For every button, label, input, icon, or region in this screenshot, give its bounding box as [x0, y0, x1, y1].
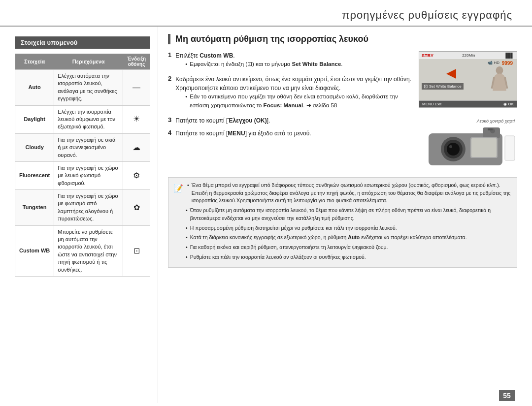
main-content: Στοιχεία υπομενού Στοιχεία Περιεχόμενα Έ… — [0, 27, 532, 403]
note-bullet-4: • Κατά τη διάρκεια κανονικής εγγραφής σε… — [186, 234, 512, 242]
step-1-bullet-text: Εμφανίζεται η ένδειξη (⊡) και το μήνυμα … — [190, 60, 342, 68]
table-cell-item: Auto — [15, 70, 54, 106]
table-cell-content: Για την εγγραφή σε χώρο με φωτισμό από λ… — [54, 190, 123, 226]
table-cell-icon: ⚙ — [123, 161, 150, 189]
camera-body-svg — [424, 124, 517, 168]
wb-icon: ⊡ — [424, 84, 428, 89]
table-cell-item: Cloudy — [15, 133, 54, 161]
arrow-indicator — [446, 69, 461, 80]
step-1-bold: Custom WB — [200, 52, 233, 59]
step-4: 4 Πατήστε το κουμπί [MENU] για έξοδο από… — [168, 129, 418, 138]
cam-menu-bar: MENU Exit ◉ OK — [419, 101, 517, 107]
table-cell-icon: ⊡ — [123, 225, 150, 276]
ok-label: ◉ OK — [503, 102, 514, 106]
wb-label: ⊡ Set White Balance — [422, 83, 464, 90]
table-cell-content: Μπορείτε να ρυθμίσετε μη αυτόματα την ισ… — [54, 225, 123, 276]
camera-body-area: Λευκό χοντρό χαρτί — [424, 119, 517, 169]
svg-point-7 — [449, 145, 452, 148]
step-1: 1 Επιλέξτε Custom WB. • Εμφανίζεται η έν… — [168, 51, 413, 71]
wb-text: Set White Balance — [429, 84, 462, 89]
bullet-dot-2: • — [185, 93, 187, 110]
section-title: Μη αυτόματη ρύθμιση της ισορροπίας λευκο… — [168, 34, 517, 44]
table-row: AutoΕλέγχει αυτόματα την ισορροπία λευκο… — [15, 70, 150, 106]
left-column: Στοιχεία υπομενού Στοιχεία Περιεχόμενα Έ… — [0, 27, 158, 403]
table-cell-item: Tungsten — [15, 190, 54, 226]
note-bullets: • Ένα θέμα μπορεί να εγγραφεί υπό διάφορ… — [186, 182, 512, 261]
step-4-content: Πατήστε το κουμπί [MENU] για έξοδο από τ… — [175, 129, 418, 138]
menu-exit-label: MENU Exit — [422, 102, 441, 106]
table-cell-icon: — — [123, 70, 150, 106]
table-cell-item: Daylight — [15, 105, 54, 133]
svg-rect-11 — [488, 128, 493, 130]
table-cell-icon: ✿ — [123, 190, 150, 226]
note-bullet-3: • Η προσαρμοσμένη ρύθμιση διατηρείται μέ… — [186, 224, 512, 232]
camera-display: STBY 220Min ▐█▌ 9999 📹 HD — [419, 51, 517, 108]
nb-dot-3: • — [186, 224, 188, 232]
table-cell-item: Fluorescent — [15, 161, 54, 189]
nb-dot-5: • — [186, 244, 188, 251]
page-number: 55 — [499, 390, 515, 401]
stby-label: STBY — [422, 53, 433, 58]
step-2-num: 2 — [168, 75, 171, 112]
step-2: 2 Καδράρετε ένα λευκό αντικείμενο, όπως … — [168, 75, 413, 112]
step-4-num: 4 — [168, 129, 171, 138]
cam-status-bar: STBY 220Min ▐█▌ — [419, 52, 517, 59]
step-4-bold: MENU — [228, 130, 245, 137]
table-header-content: Περιεχόμενα — [54, 54, 123, 70]
table-cell-content: Ελέγχει αυτόματα την ισορροπία λευκού, α… — [54, 70, 123, 106]
step-2-bullet-text: Εάν το αντικείμενο που γεμίζει την οθόνη… — [190, 93, 413, 110]
right-column: Μη αυτόματη ρύθμιση της ισορροπίας λευκο… — [158, 27, 532, 403]
table-cell-content: Ελέγχει την ισορροπία λευκού σύμφωνα με … — [54, 105, 123, 133]
table-row: CloudyΓια την εγγραφή σε σκιά ή με συννε… — [15, 133, 150, 161]
camera-label: Λευκό χοντρό χαρτί — [424, 119, 515, 124]
bullet-dot: • — [185, 60, 187, 68]
note-bullet-6: • Ρυθμίστε και πάλι την ισορροπία λευκού… — [186, 253, 512, 261]
note-bullet-1: • Ένα θέμα μπορεί να εγγραφεί υπό διάφορ… — [187, 182, 512, 205]
step-3: 3 Πατήστε το κουμπί [Έλεγχου (OK)]. — [168, 116, 418, 125]
svg-rect-9 — [471, 138, 497, 157]
svg-marker-1 — [446, 69, 456, 79]
table-row: Custom WBΜπορείτε να ρυθμίσετε μη αυτόμα… — [15, 225, 150, 276]
cam-count: 9999 — [502, 61, 513, 66]
table-header-item: Στοιχεία — [15, 54, 54, 70]
step-1-bullet: • Εμφανίζεται η ένδειξη (⊡) και το μήνυμ… — [185, 60, 413, 68]
table-row: FluorescentΓια την εγγραφή σε χώρο με λε… — [15, 161, 150, 189]
nb-dot-4: • — [186, 234, 188, 242]
table-cell-content: Για την εγγραφή σε σκιά ή με συννεφιασμέ… — [54, 133, 123, 161]
nb-dot-6: • — [186, 253, 188, 261]
camera-screen: STBY 220Min ▐█▌ 9999 📹 HD — [419, 52, 517, 101]
nb-dot-1: • — [187, 182, 189, 205]
note-bullet-2: • Όταν ρυθμίζετε μη αυτόματα την ισορροπ… — [186, 207, 512, 222]
svg-rect-12 — [505, 136, 515, 160]
submenu-title: Στοιχεία υπομενού — [15, 36, 150, 49]
table-header-display: Ένδειξη οθόνης — [123, 54, 150, 70]
step-1-content: Επιλέξτε Custom WB. • Εμφανίζεται η ένδε… — [175, 51, 413, 71]
note-text-6: Ρυθμίστε και πάλι την ισορροπία λευκού α… — [190, 253, 366, 261]
step-1-num: 1 — [168, 51, 171, 71]
note-text-1: Ένα θέμα μπορεί να εγγραφεί υπό διάφορου… — [192, 182, 512, 205]
note-text-2: Όταν ρυθμίζετε μη αυτόματα την ισορροπία… — [190, 207, 512, 222]
step-3-num: 3 — [168, 116, 171, 125]
note-box: 📝 • Ένα θέμα μπορεί να εγγραφεί υπό διάφ… — [168, 177, 517, 268]
nb-dot-2: • — [186, 207, 188, 222]
cam-hd-badge: 📹 HD — [488, 61, 499, 65]
person-silhouette — [490, 66, 509, 93]
note-text-3: Η προσαρμοσμένη ρύθμιση διατηρείται μέχρ… — [190, 224, 397, 232]
table-cell-icon: ☀ — [123, 105, 150, 133]
note-text-4: Κατά τη διάρκεια κανονικής εγγραφής σε ε… — [190, 234, 467, 242]
note-bullet-5: • Για καθαρή εικόνα και ακριβή ρύθμιση, … — [186, 244, 512, 251]
svg-point-0 — [496, 66, 503, 75]
step-3-content: Πατήστε το κουμπί [Έλεγχου (OK)]. — [175, 116, 418, 125]
step-2-bullet: • Εάν το αντικείμενο που γεμίζει την οθό… — [185, 93, 413, 110]
table-cell-content: Για την εγγραφή σε χώρο με λευκό φωτισμό… — [54, 161, 123, 189]
table-cell-item: Custom WB — [15, 225, 54, 276]
table-row: DaylightΕλέγχει την ισορροπία λευκού σύμ… — [15, 105, 150, 133]
step-3-bold: Έλεγχου (OK) — [228, 117, 266, 124]
table-row: TungstenΓια την εγγραφή σε χώρο με φωτισ… — [15, 190, 150, 226]
step-2-content: Καδράρετε ένα λευκό αντικείμενο, όπως έν… — [175, 75, 413, 112]
wb-table: Στοιχεία Περιεχόμενα Ένδειξη οθόνης Auto… — [15, 54, 150, 277]
note-icon: 📝 — [173, 183, 183, 194]
note-text-5: Για καθαρή εικόνα και ακριβή ρύθμιση, απ… — [190, 244, 388, 251]
svg-point-6 — [447, 143, 460, 156]
battery-icon: ▐█▌ — [504, 53, 514, 58]
